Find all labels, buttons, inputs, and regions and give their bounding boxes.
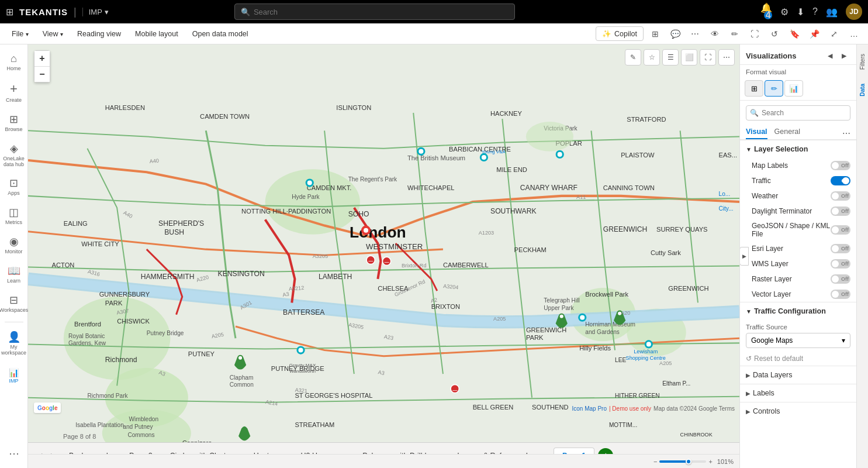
zoom-in-status-btn[interactable]: + — [708, 458, 712, 465]
side-tab-data[interactable]: Data — [857, 79, 867, 101]
svg-text:A20: A20 — [621, 310, 630, 316]
nav-item-imp[interactable]: 📊 IMP — [2, 364, 26, 388]
svg-text:—: — — [385, 259, 390, 264]
copilot-button[interactable]: ✨ Copilot — [596, 26, 644, 41]
tab-general[interactable]: General — [774, 128, 800, 139]
nav-item-home[interactable]: ⌂ Home — [2, 49, 26, 75]
edit-btn[interactable]: ✏ — [727, 26, 743, 42]
viz-search-input[interactable] — [746, 105, 850, 121]
more-menu-btn[interactable]: ⋯ — [687, 26, 703, 42]
viz-back-btn[interactable]: ◀ — [824, 49, 836, 62]
map-tool-fullscreen[interactable]: ⛶ — [700, 49, 716, 66]
layer-map-labels: Map Labels Off — [740, 158, 856, 173]
view-btn[interactable]: 👁 — [707, 26, 723, 42]
labels-expand-icon: ▶ — [746, 390, 751, 397]
layer-weather-toggle[interactable]: Off — [831, 191, 850, 201]
layer-daylight-toggle[interactable]: Off — [831, 207, 850, 216]
svg-text:Horniman Museum: Horniman Museum — [585, 321, 635, 328]
svg-text:EALING: EALING — [64, 220, 88, 227]
layer-geojson-toggle[interactable]: Off — [831, 225, 850, 235]
map-tool-more[interactable]: ⋯ — [718, 49, 735, 66]
search-input[interactable] — [254, 8, 509, 16]
svg-text:Putney Bridge: Putney Bridge — [147, 330, 184, 336]
viz-forward-btn[interactable]: ▶ — [838, 49, 850, 62]
layer-traffic-label: Traffic — [752, 177, 771, 185]
overflow-btn[interactable]: … — [846, 26, 862, 42]
zoom-slider[interactable] — [659, 460, 706, 463]
format-icon-brush[interactable]: ✏ — [765, 80, 783, 97]
traffic-config-header[interactable]: ▼ Traffic Configuration — [740, 302, 856, 320]
svg-text:HAMMERSMITH: HAMMERSMITH — [141, 273, 195, 281]
map-tool-bookmark[interactable]: ☆ — [644, 49, 660, 66]
format-icon-chart[interactable]: 📊 — [784, 80, 803, 97]
layer-selection-header[interactable]: ▼ Layer Selection — [740, 140, 856, 158]
data-layers-header[interactable]: ▶ Data Layers — [740, 366, 856, 384]
workspace-selector[interactable]: IMP ▾ — [82, 8, 109, 16]
zoom-out-status-btn[interactable]: − — [653, 458, 657, 465]
svg-point-90 — [298, 347, 303, 352]
layer-esri-toggle[interactable]: Off — [831, 244, 850, 253]
layer-raster-toggle[interactable]: Off — [831, 274, 850, 284]
nav-item-learn[interactable]: 📖 Learn — [2, 261, 26, 288]
refresh-btn[interactable]: ↺ — [766, 26, 783, 42]
nav-item-apps[interactable]: ⊡ Apps — [2, 173, 26, 200]
viz-tabs-more[interactable]: ⋯ — [842, 129, 850, 138]
svg-point-88 — [558, 152, 562, 157]
zoom-in-button[interactable]: + — [34, 51, 50, 66]
search-bar[interactable]: 🔍 — [234, 4, 515, 20]
bookmark-btn[interactable]: 🔖 — [786, 26, 803, 42]
layer-weather-label: Weather — [752, 192, 778, 200]
search-icon-small: 🔍 — [750, 109, 759, 117]
settings-icon[interactable]: ⚙ — [780, 6, 789, 18]
zoom-out-button[interactable]: − — [34, 67, 50, 82]
nav-item-more[interactable]: ⋯ — [2, 443, 26, 463]
download-icon[interactable]: ⬇ — [797, 6, 804, 18]
menu-file[interactable]: File ▾ — [6, 27, 34, 40]
share-icon[interactable]: 👥 — [826, 6, 838, 18]
fullscreen-btn[interactable]: ⛶ — [746, 26, 763, 42]
notification-btn[interactable]: 🔔 4 — [760, 2, 772, 22]
nav-item-workspaces[interactable]: ⊟ Workspaces — [2, 290, 26, 317]
controls-header[interactable]: ▶ Controls — [740, 402, 856, 420]
grid-icon[interactable]: ⊞ — [6, 6, 13, 18]
svg-text:BRIXTON: BRIXTON — [431, 303, 460, 310]
pin-btn[interactable]: 📌 — [806, 26, 822, 42]
nav-item-onelake[interactable]: ◈ OneLake data hub — [2, 139, 26, 171]
side-tab-filters[interactable]: Filters — [857, 49, 867, 74]
help-icon[interactable]: ? — [812, 6, 818, 17]
panel-collapse-btn[interactable]: ▶ — [739, 247, 749, 266]
layer-geojson-label: GeoJSON / Shape / KML File — [752, 222, 831, 238]
format-icon-grid[interactable]: ⊞ — [745, 80, 763, 97]
labels-header[interactable]: ▶ Labels — [740, 384, 856, 402]
layer-map-labels-toggle[interactable]: Off — [831, 161, 850, 170]
menu-view[interactable]: View ▾ — [37, 27, 69, 40]
layer-traffic-toggle[interactable]: On — [831, 176, 850, 185]
apps-view-btn[interactable]: ⊞ — [647, 26, 663, 42]
reset-to-default-btn[interactable]: ↺ Reset to default — [740, 352, 856, 366]
map-tool-pencil[interactable]: ✎ — [625, 49, 641, 66]
left-sidebar: ⌂ Home + Create ⊞ Browse ◈ OneLake data … — [0, 44, 28, 468]
comment-btn[interactable]: 💬 — [667, 26, 683, 42]
menu-reading-view[interactable]: Reading view — [71, 27, 127, 40]
layer-wms-toggle[interactable]: Off — [831, 259, 850, 269]
nav-item-browse[interactable]: ⊞ Browse — [2, 109, 26, 136]
menu-data-model[interactable]: Open data model — [186, 27, 254, 40]
tab-visual[interactable]: Visual — [746, 128, 767, 139]
layer-vector-toggle[interactable]: Off — [831, 290, 850, 299]
nav-item-my-workspace[interactable]: 👤 My workspace — [2, 327, 26, 360]
svg-text:A1203: A1203 — [479, 230, 494, 236]
menu-mobile-layout[interactable]: Mobile layout — [129, 27, 184, 40]
avatar[interactable]: JD — [846, 4, 862, 20]
nav-item-create[interactable]: + Create — [2, 78, 26, 107]
map-tool-square[interactable]: ⬜ — [681, 49, 697, 66]
nav-item-monitor[interactable]: ◉ Monitor — [2, 232, 26, 259]
map-tool-list[interactable]: ☰ — [662, 49, 679, 66]
toggle-on-label: On — [842, 178, 849, 184]
status-bar: − + 101% — [28, 454, 739, 468]
layer-daylight-label: Daylight Terminator — [752, 207, 812, 215]
map-background[interactable]: HARLESDEN CAMDEN TOWN ISLINGTON HACKNEY … — [28, 44, 739, 442]
expand-btn[interactable]: ⤢ — [826, 26, 842, 42]
nav-item-metrics[interactable]: ◫ Metrics — [2, 202, 26, 229]
traffic-source-select[interactable]: Google Maps ▾ — [746, 333, 850, 348]
svg-text:Richmond: Richmond — [105, 356, 137, 364]
